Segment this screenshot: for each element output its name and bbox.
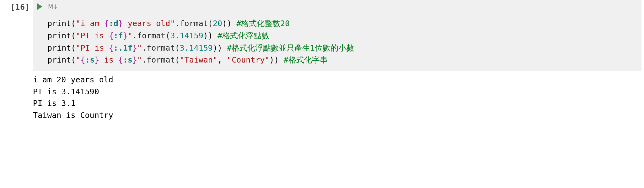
code-editor[interactable]: print("i am {:d} years old".format(20)) … xyxy=(33,13,641,71)
code-line-4: print("{:s} is {:s}".format("Taiwan", "C… xyxy=(47,54,636,66)
run-icon[interactable] xyxy=(37,3,42,10)
output-line-2: PI is 3.141590 xyxy=(33,87,99,96)
code-line-1: print("i am {:d} years old".format(20)) … xyxy=(47,18,636,30)
code-line-3: print("PI is {:.1f}".format(3.14159)) #格… xyxy=(47,42,636,54)
code-line-2: print("PI is {:f}".format(3.14159)) #格式化… xyxy=(47,30,636,42)
cell-main: M↓ print("i am {:d} years old".format(20… xyxy=(33,0,644,124)
output-line-3: PI is 3.1 xyxy=(33,99,75,108)
output-area: i am 20 years old PI is 3.141590 PI is 3… xyxy=(33,71,641,124)
markdown-toggle[interactable]: M↓ xyxy=(48,3,58,10)
notebook-cell: [16] M↓ print("i am {:d} years old".form… xyxy=(0,0,644,124)
output-line-1: i am 20 years old xyxy=(33,75,113,84)
output-line-4: Taiwan is Country xyxy=(33,111,113,120)
execution-count: [16] xyxy=(10,3,33,12)
cell-toolbar: M↓ xyxy=(33,0,641,13)
prompt-area: [16] xyxy=(0,0,33,124)
